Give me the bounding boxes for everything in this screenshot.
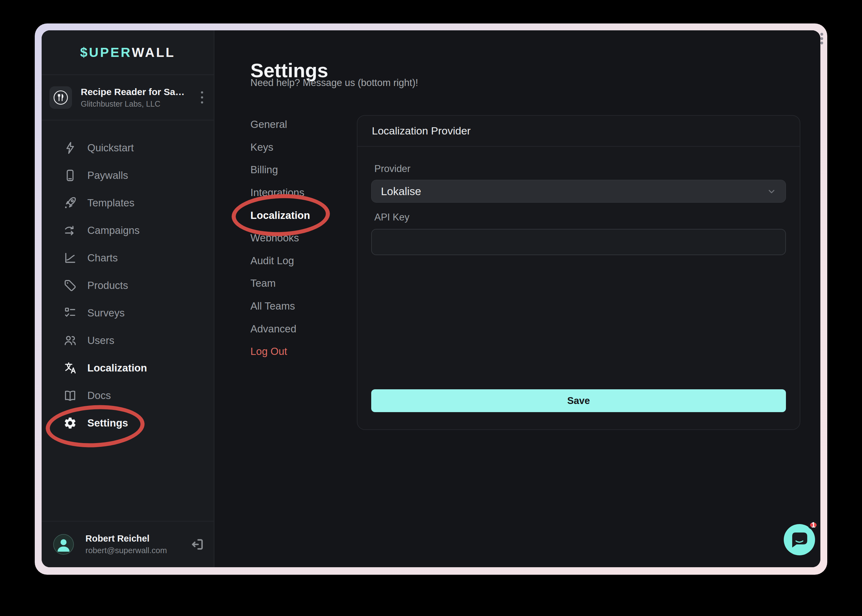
user-info: Robert Reichel robert@superwall.com [85,533,190,555]
api-key-label: API Key [374,212,410,223]
sidebar-item-templates[interactable]: Templates [42,189,214,217]
avatar[interactable] [53,534,74,555]
settings-nav: General Keys Billing Integrations Locali… [251,113,344,363]
settings-nav-general[interactable]: General [251,113,344,136]
sidebar-item-surveys[interactable]: Surveys [42,299,214,327]
chevron-down-icon [767,187,776,196]
localization-provider-card: Localization Provider Provider Lokalise … [357,115,801,430]
card-title: Localization Provider [372,125,471,137]
user-email: robert@superwall.com [85,546,190,555]
sidebar-item-label: Products [87,280,128,291]
checklist-icon [63,306,77,320]
sidebar-nav: Quickstart Paywalls [42,134,214,437]
chat-bubble-icon [791,532,808,548]
sidebar-item-settings[interactable]: Settings [42,409,214,437]
sidebar-item-quickstart[interactable]: Quickstart [42,134,214,162]
sidebar-item-label: Docs [87,390,111,401]
user-name: Robert Reichel [85,533,190,544]
sidebar-item-products[interactable]: Products [42,272,214,299]
sidebar: $UPERWALL [42,30,214,567]
settings-nav-localization[interactable]: Localization [251,204,344,227]
window-frame-dots [820,33,823,44]
book-icon [63,388,77,403]
screenshot-stage: $UPERWALL [0,0,862,616]
sidebar-item-users[interactable]: Users [42,327,214,354]
sidebar-item-label: Settings [87,417,128,429]
settings-nav-advanced[interactable]: Advanced [251,317,344,340]
settings-nav-integrations[interactable]: Integrations [251,181,344,204]
app-content: $UPERWALL [42,30,820,567]
bolt-icon [63,141,77,155]
api-key-input[interactable] [371,229,786,255]
sidebar-item-label: Charts [87,252,118,264]
settings-nav-keys[interactable]: Keys [251,136,344,159]
notification-badge: 1 [808,520,819,530]
sidebar-user: Robert Reichel robert@superwall.com [42,521,214,567]
provider-label: Provider [374,163,410,174]
sidebar-item-charts[interactable]: Charts [42,244,214,272]
workspace-name: Recipe Reader for Sa… [81,86,199,97]
frame-dot [820,37,823,40]
logo-rest-text: WALL [132,45,175,60]
sidebar-item-label: Quickstart [87,142,134,154]
rocket-icon [63,196,77,210]
provider-selected-value: Lokalise [381,185,767,198]
app-window-frame: $UPERWALL [35,24,827,575]
settings-nav-webhooks[interactable]: Webhooks [251,227,344,250]
sidebar-item-localization[interactable]: Localization [42,354,214,382]
sidebar-item-docs[interactable]: Docs [42,382,214,409]
sidebar-item-paywalls[interactable]: Paywalls [42,162,214,189]
sidebar-item-label: Campaigns [87,225,140,236]
settings-nav-all-teams[interactable]: All Teams [251,295,344,318]
page-subtitle: Need help? Message us (bottom right)! [251,77,418,88]
line-chart-icon [63,251,77,265]
fork-knife-icon [52,89,69,106]
sidebar-item-label: Paywalls [87,170,128,181]
workspace-menu-icon[interactable] [199,90,205,105]
frame-dot [820,42,823,44]
settings-nav-audit-log[interactable]: Audit Log [251,250,344,272]
phone-icon [63,168,77,182]
sidebar-item-campaigns[interactable]: Campaigns [42,217,214,244]
sidebar-item-label: Surveys [87,307,124,319]
workspace-info: Recipe Reader for Sa… Glitchbuster Labs,… [81,86,199,108]
translate-icon [63,361,77,375]
card-header: Localization Provider [358,116,800,147]
main-content: Settings Need help? Message us (bottom r… [214,30,820,567]
superwall-logo: $UPERWALL [42,30,214,75]
settings-nav-log-out[interactable]: Log Out [251,340,344,363]
workspace-switcher[interactable]: Recipe Reader for Sa… Glitchbuster Labs,… [42,75,214,120]
sidebar-item-label: Templates [87,197,134,209]
sidebar-item-label: Users [87,335,114,346]
save-button[interactable]: Save [371,389,786,412]
gear-icon [63,416,77,430]
tag-icon [63,278,77,293]
workspace-org: Glitchbuster Labs, LLC [81,99,199,108]
logo-accent-text: $UPER [80,45,132,60]
provider-select[interactable]: Lokalise [371,180,786,203]
users-icon [63,333,77,348]
logout-icon[interactable] [190,537,204,552]
settings-nav-team[interactable]: Team [251,272,344,295]
sidebar-item-label: Localization [87,362,147,374]
workspace-app-icon [49,86,72,109]
frame-dot [820,33,823,36]
arrows-icon [63,223,77,238]
settings-nav-billing[interactable]: Billing [251,159,344,181]
chat-launcher[interactable]: 1 [784,524,815,555]
